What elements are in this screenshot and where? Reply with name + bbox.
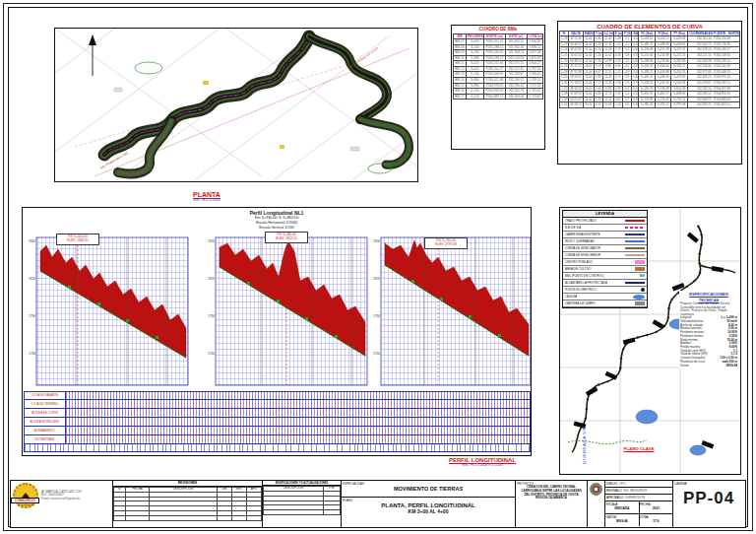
plan-view-panel: INICIO TRAMO KM 3+000 FIN TRAMO KM 4+000 (54, 28, 418, 182)
legend-symbol-rect-icon (635, 260, 645, 265)
lamina-cell: LAMINA: PP-04 (672, 481, 744, 527)
legend-item-label: ALCANTARILLA PROYECTADA (565, 281, 607, 285)
plan-drawing (55, 29, 417, 181)
guitar-band: ALTURA DE RELLENO (24, 418, 531, 427)
zona-value: 17 S (640, 519, 672, 523)
seal-cell (587, 481, 604, 527)
aprobado-value: SUPERVISION (625, 496, 645, 500)
legend-item-label: CANTERA DE CERRO (565, 301, 596, 305)
table-row: C-2935°40'12''20.006.4312.451.014.00.403… (560, 41, 740, 47)
table-row: C-3058°22'45''12.006.7012.231.745.20.603… (560, 47, 740, 53)
quebrada-label: QUEBRADA S/N (582, 401, 587, 464)
annotation-elevation: ELEV: 2797.48 (426, 243, 466, 247)
guitar-band: COTA DE TERRENO (24, 400, 531, 409)
guitar-band-values (66, 400, 530, 408)
dibujo-label: DIBUJO: (606, 482, 618, 486)
legend-box: LEYENDA TRAZO PROYECTADOEJE DE VIACARRET… (562, 210, 648, 308)
plano-title-line2: KM 3+00 AL 4+00 (342, 508, 515, 514)
guitar-band-label: KILOMETRAJE (25, 435, 66, 443)
legend-item: CENTRO POBLADO (563, 259, 647, 266)
profile-annotation: PIV 3+420.00 ELEV: 2846.35 (56, 234, 99, 245)
legend-item-label: EJE DE VIA (565, 226, 581, 230)
title-block: CONSORCIO CARRETERAS AV. MARISCAL CASTIL… (10, 480, 746, 528)
consorcio-logo-icon: CONSORCIO CARRETERAS (13, 483, 38, 508)
table-row: C-3447°55'38''15.006.6712.551.414.80.503… (560, 69, 740, 75)
table-row (114, 515, 262, 520)
spec-label: Datum (680, 365, 689, 368)
legend-symbol-line-icon (625, 220, 645, 221)
guitar-band-label: ALTURA DE RELLENO (25, 418, 66, 426)
plano-cell: ESPECIALIDAD: MOVIMIENTO DE TIERRAS PLAN… (341, 481, 515, 527)
guitar-band-values (66, 392, 530, 399)
spec-row: DatumWGS-84 (680, 365, 737, 368)
legend-symbol-text-icon: BM (639, 274, 645, 278)
column-header: NORTE (m) (483, 33, 505, 38)
column-header: PROGRESIVA (466, 33, 483, 38)
table-row: C-4044°28'15''15.006.1311.641.204.60.503… (560, 102, 740, 108)
profile-annotation: PIV 3+760.00 ELEV: 2797.48 (424, 237, 468, 249)
proyecto-cell: PROYECTO: CREACION DEL CAMINO VECINAL CA… (515, 481, 587, 527)
bm-table: BMPROGRESIVANORTE (m)ESTE (m)COTA (m)BM-… (453, 33, 543, 100)
legend-item-label: AREA DE CULTIVO (565, 267, 592, 271)
legend-item-label: BMs (PUNTO DE CONTROL) (565, 274, 604, 278)
kilometraje-ticks (24, 444, 531, 452)
legend-item: CURVA DE NIVEL MENOR (563, 252, 647, 259)
table-row: C-3266°48'10''12.007.9013.992.375.50.603… (560, 58, 740, 64)
legend-symbol-line-icon (625, 254, 645, 255)
planta-caption: PLANTA ESC: H = 1/2000 (158, 191, 256, 202)
column-header: S/A (632, 32, 639, 36)
profile-annotation: PIV 3+580.00 ELEV: 2822.10 (265, 232, 308, 243)
consorcio-info: AV. MARISCAL CASTILLA N° 1234 RUC: 20601… (41, 491, 82, 501)
legend-item: POSTE KILOMETRICO (563, 287, 647, 294)
signatures-cell: DIBUJO: J.P.C. REVISADO: ING. RESIDENTE … (604, 481, 672, 527)
legend-symbol-dash-icon (625, 227, 645, 228)
column-header: PC (Km) (639, 32, 655, 36)
consorcio-subtitle: CARRETERAS (13, 503, 38, 505)
legend-item-label: TRAZO PROYECTADO (565, 219, 597, 223)
column-header: LC (m) (602, 32, 613, 36)
plano-clave-label: PLANO CLAVE (609, 446, 668, 451)
table-row: C-3926°51'47''24.005.7311.250.673.70.353… (560, 97, 740, 102)
dibujo-value: J.P.C. (619, 482, 627, 486)
modifications-table: DESCRIPCIONV°B° (263, 486, 341, 515)
legend-item: TRAZO PROYECTADO (563, 218, 647, 225)
profile-title-line4: Escala Vertical 1/200 (23, 226, 531, 231)
guitar-band-label: ALINEAMIENTO (25, 427, 66, 434)
escala-value: INDICADA (606, 506, 639, 510)
legend-title: LEYENDA (563, 211, 647, 218)
consorcio-cell: CONSORCIO CARRETERAS AV. MARISCAL CASTIL… (11, 481, 112, 527)
legend-item: ALCANTARILLA PROYECTADA (563, 280, 647, 287)
table-row (264, 510, 341, 515)
legend-symbol-dot-icon (641, 288, 645, 292)
legend-item: CANTERA DE CERRO (563, 300, 647, 307)
legend-item-label: POSTE KILOMETRICO (565, 288, 597, 292)
profile-guitar: COTA DE RASANTECOTA DE TERRENOALTURA DE … (24, 391, 531, 452)
guitar-band-values (66, 409, 530, 417)
legend-symbol-rect-icon (635, 301, 645, 306)
revisions-table: N°FECHADESCRIPCIONDIB.REV.APR. (113, 487, 262, 521)
fecha-value: 2023 (640, 506, 672, 510)
profile-panel: Perfil Longitudinal NL1 Km 3+330.00 @ 3+… (22, 207, 532, 456)
legend-item-label: CARRETERA EXISTENTE (565, 233, 600, 236)
table-row: C-3852°09'33''14.006.8512.741.595.00.553… (560, 92, 740, 98)
legend-item: CARRETERA EXISTENTE (563, 232, 647, 238)
revisions-cell: REVISIONES N°FECHADESCRIPCIONDIB.REV.APR… (112, 481, 262, 527)
specs-box: ESPECIFICACIONES TECNICAS Proyecto: Crea… (679, 291, 738, 368)
legend-symbol-thick-icon (625, 234, 645, 236)
legend-item-label: CURVA DE NIVEL MENOR (565, 253, 600, 257)
table-row: BM-174+2209'264,889.12262,409.082,733.85 (454, 94, 543, 100)
legend-item-label: LAGUNA (565, 295, 577, 299)
modifications-cell: MODIFICACIONES Y/O ACTUALIZACIONES DESCR… (262, 481, 341, 527)
column-header: RADIO (583, 32, 594, 36)
legend-symbol-blob-icon (633, 295, 645, 300)
consorcio-email: E-mail: consorcio.vial@gmail.com (41, 498, 82, 501)
bm-table-panel: CUADRO DE BMs BMPROGRESIVANORTE (m)ESTE … (451, 25, 545, 150)
sheet-number: PP-04 (673, 486, 744, 511)
legend-symbol-rect-icon (635, 267, 645, 272)
guitar-band-label: COTA DE RASANTE (25, 392, 66, 399)
north-arrow-icon (89, 34, 96, 76)
legend-item: AREA DE CULTIVO (563, 266, 647, 273)
column-header: P (%) (622, 32, 631, 36)
planta-scale: ESC: H = 1/2000 (158, 198, 256, 202)
guitar-band: ALTURA DE CORTE (24, 409, 531, 418)
